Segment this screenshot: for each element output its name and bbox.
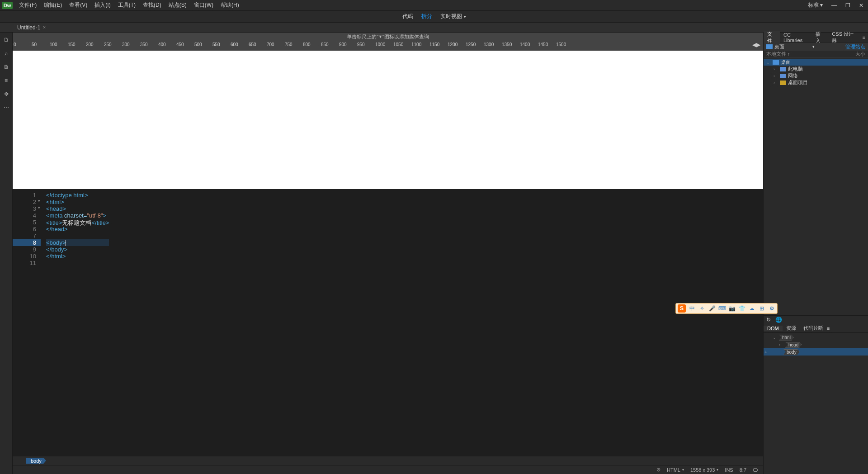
ruler-tick: 1300	[484, 42, 494, 47]
chevron-down-icon: ▾	[812, 44, 815, 49]
view-switcher: 代码 拆分 实时视图▾	[0, 11, 868, 23]
tab-resources[interactable]: 资源	[783, 325, 800, 332]
chevron-down-icon: ▾	[464, 14, 466, 19]
dom-tag-label: html	[779, 335, 794, 341]
menu-view[interactable]: 查看(V)	[66, 1, 91, 9]
ime-toolbar[interactable]: S 中 ✧ 🎤 ⌨ 📷 👕 ☁ ⊞ ⚙	[675, 303, 778, 314]
tree-desktop[interactable]: ⌄ 桌面	[764, 59, 868, 66]
ime-keyboard-icon[interactable]: ⌨	[718, 305, 726, 312]
dom-head[interactable]: › head	[764, 341, 868, 348]
tool-lines-icon[interactable]: ≡	[3, 77, 10, 84]
globe-icon[interactable]: 🌐	[775, 317, 782, 323]
expand-icon[interactable]: ›	[779, 342, 783, 347]
tab-insert[interactable]: 插入	[812, 31, 828, 44]
tool-more-icon[interactable]: ⋯	[3, 104, 10, 111]
tab-css-designer[interactable]: CSS 设计器	[828, 31, 859, 44]
expand-icon[interactable]: ›	[774, 74, 778, 78]
tool-new-icon[interactable]: 🗋	[3, 36, 10, 43]
line-number: 2▾	[13, 199, 41, 205]
tool-drag-icon[interactable]: ✥	[3, 90, 10, 98]
menu-tools[interactable]: 工具(T)	[114, 1, 139, 9]
fold-icon[interactable]: ▾	[38, 199, 40, 203]
col-local-files[interactable]: 本地文件 ↑	[766, 51, 855, 57]
code-text: </title>	[91, 219, 109, 226]
refresh-icon[interactable]: ↻	[766, 317, 771, 323]
ime-voice-icon[interactable]: 🎤	[708, 305, 716, 312]
breadcrumb-body[interactable]: body	[26, 458, 46, 464]
view-live[interactable]: 实时视图▾	[440, 13, 466, 20]
design-canvas[interactable]	[13, 51, 763, 189]
col-size[interactable]: 大小	[855, 51, 865, 57]
ime-skin-icon[interactable]: 👕	[738, 305, 745, 312]
tab-snippets[interactable]: 代码片断	[800, 325, 827, 332]
expand-icon[interactable]: ›	[774, 67, 778, 71]
dom-tree: ⌄ html › head + body	[764, 333, 868, 356]
ime-settings-icon[interactable]: ⚙	[768, 305, 775, 312]
status-dimensions[interactable]: 1558 x 393▾	[690, 467, 718, 473]
tree-network[interactable]: › 网络	[764, 72, 868, 79]
close-button[interactable]: ✕	[854, 2, 868, 9]
menu-help[interactable]: 帮助(H)	[217, 1, 243, 9]
workspace-switcher[interactable]: 标准 ▾	[808, 1, 823, 9]
code-content[interactable]: <!doctype html> <html> <head> <meta char…	[41, 189, 109, 456]
expand-icon[interactable]: ›	[774, 81, 778, 85]
code-text: charset=	[64, 212, 87, 219]
fold-icon[interactable]: ▾	[38, 205, 40, 210]
ruler-tick: 200	[86, 42, 94, 47]
ime-toolbox-icon[interactable]: ⊞	[758, 305, 765, 312]
maximize-button[interactable]: ❐	[841, 2, 854, 9]
ime-cloud-icon[interactable]: ☁	[748, 305, 755, 312]
sogou-logo-icon[interactable]: S	[678, 304, 686, 313]
ruler-end-marker-icon[interactable]: ◀▶	[752, 42, 760, 48]
ime-punct-icon[interactable]: ✧	[698, 305, 706, 312]
menu-edit[interactable]: 编辑(E)	[40, 1, 66, 9]
view-split[interactable]: 拆分	[421, 13, 432, 20]
ruler-tick: 400	[158, 42, 166, 47]
tree-this-pc[interactable]: › 此电脑	[764, 66, 868, 72]
code-text: >	[103, 212, 107, 219]
tool-list-icon[interactable]: 🗎	[3, 63, 10, 71]
horizontal-ruler[interactable]: ◀▶ 0501001502002503003504004505005506006…	[13, 41, 763, 51]
minimize-button[interactable]: —	[827, 2, 841, 9]
files-site-selector[interactable]: 桌面 ▾ 管理站点	[764, 43, 868, 51]
line-number: 10	[13, 253, 41, 260]
menu-insert[interactable]: 插入(I)	[91, 1, 114, 9]
status-errors-icon[interactable]: ⊘	[656, 467, 660, 473]
panel-menu-icon[interactable]: ≡	[860, 35, 868, 40]
collapse-icon[interactable]: ⌄	[766, 60, 771, 65]
view-live-label: 实时视图	[440, 13, 462, 19]
document-tab[interactable]: Untitled-1 ×	[14, 24, 49, 32]
dom-html[interactable]: ⌄ html	[764, 334, 868, 341]
computer-icon	[780, 67, 786, 71]
ime-lang-icon[interactable]: 中	[689, 305, 696, 312]
menu-find[interactable]: 查找(D)	[139, 1, 165, 9]
close-icon[interactable]: ×	[43, 25, 46, 30]
status-preview-icon[interactable]: 🖵	[753, 467, 758, 473]
tool-inspect-icon[interactable]: ⌕	[3, 50, 10, 57]
status-insert-mode[interactable]: INS	[725, 467, 733, 473]
ime-screenshot-icon[interactable]: 📷	[728, 305, 736, 312]
dom-body[interactable]: + body	[764, 348, 868, 356]
main-area: 🗋 ⌕ 🗎 ≡ ✥ ⋯ 单击标尺上的" ▼ "图标以添加媒体查询 ◀▶ 0501…	[0, 33, 868, 474]
panel-menu-icon[interactable]: ≡	[827, 326, 830, 331]
ruler-tick: 1050	[393, 42, 403, 47]
line-number: 5	[13, 219, 41, 226]
status-bar: ⊘ HTML▾ 1558 x 393▾ INS 8:7 🖵	[13, 465, 763, 474]
menu-window[interactable]: 窗口(W)	[190, 1, 217, 9]
tab-cc-libraries[interactable]: CC Libraries	[780, 32, 812, 43]
tag-breadcrumb: body	[13, 456, 763, 465]
tab-dom[interactable]: DOM	[764, 326, 783, 331]
ruler-tick: 0	[14, 42, 16, 47]
view-code[interactable]: 代码	[402, 13, 413, 20]
menu-file[interactable]: 文件(F)	[15, 1, 40, 9]
text-cursor	[66, 240, 66, 246]
collapse-icon[interactable]: ⌄	[773, 335, 777, 340]
add-element-icon[interactable]: +	[764, 349, 767, 355]
tree-project[interactable]: › 桌面项目	[764, 79, 868, 86]
status-language[interactable]: HTML▾	[667, 467, 684, 473]
ruler-tick: 900	[339, 42, 347, 47]
code-editor[interactable]: 1 2▾ 3▾ 4 5 6 7 8 9 10 11 <!doctype html…	[13, 189, 763, 456]
tab-files[interactable]: 文件	[764, 31, 780, 44]
menu-site[interactable]: 站点(S)	[165, 1, 190, 9]
manage-sites-link[interactable]: 管理站点	[845, 43, 865, 50]
